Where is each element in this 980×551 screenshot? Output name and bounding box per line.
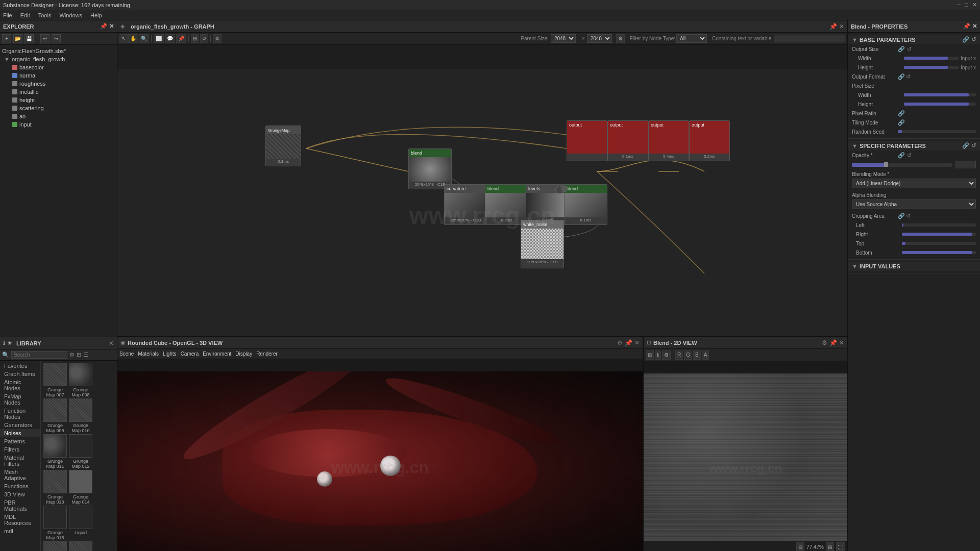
cat-mdl-resources[interactable]: MDL Resources (0, 513, 40, 527)
output-width-slider[interactable] (904, 57, 959, 60)
node-blend-right[interactable]: blend 6.1ms (564, 184, 607, 225)
graph-tool-params[interactable]: ⚙ (213, 34, 222, 43)
graph-tool-comment[interactable]: 💬 (165, 34, 175, 43)
menu-file[interactable]: File (3, 12, 12, 18)
view2d-btn-settings[interactable]: ⚙ (662, 350, 671, 360)
pixel-width-slider[interactable] (904, 93, 976, 96)
cat-material-filters[interactable]: Material Filters (0, 454, 40, 468)
explorer-open-btn[interactable]: 📂 (13, 34, 22, 43)
cat-filters[interactable]: Filters (0, 445, 40, 454)
view2d-zoom-btn2[interactable]: ⊞ (826, 542, 834, 551)
view2d-btn-info[interactable]: ℹ (655, 350, 661, 360)
node-out1[interactable]: output (567, 120, 607, 161)
cat-pbr-materials[interactable]: PBR Materials (0, 498, 40, 513)
graph-tool-pin[interactable]: 📌 (176, 34, 186, 43)
menu-tools[interactable]: Tools (38, 12, 52, 18)
output-size-reset-icon[interactable]: ↺ (907, 46, 912, 53)
graph-tool-frame[interactable]: ⬜ (154, 34, 164, 43)
tab-display[interactable]: Display (235, 351, 252, 357)
library-close-btn[interactable]: ✕ (109, 340, 114, 347)
view2d-btn-a[interactable]: A (702, 350, 709, 360)
cropping-left-slider[interactable] (902, 223, 976, 227)
opacity-number-input[interactable]: 0.34 (955, 161, 976, 168)
specific-params-header[interactable]: ▼ SPECIFIC PARAMETERS 🔗 ↺ (848, 141, 980, 151)
view2d-btn-g[interactable]: G (684, 350, 692, 360)
tree-map-height[interactable]: height (0, 96, 117, 104)
cat-function-nodes[interactable]: Function Nodes (0, 407, 40, 421)
tab-materials[interactable]: Materials (138, 351, 159, 357)
cropping-bottom-slider[interactable] (902, 251, 976, 254)
view2d-btn-fit[interactable]: ⊞ (646, 350, 654, 360)
node-curvature[interactable]: curvature 20*8x20*8 - C1B (444, 184, 487, 225)
cat-generators[interactable]: Generators (0, 421, 40, 429)
view2d-pin-btn[interactable]: 📌 (829, 339, 837, 346)
graph-tool-reset[interactable]: ↺ (200, 34, 208, 43)
tab-environment[interactable]: Environment (203, 351, 231, 357)
lib-item-grunge012[interactable]: Grunge Map 012 (68, 434, 93, 469)
lib-item-grunge010[interactable]: Grunge Map 010 (68, 398, 93, 433)
cropping-right-slider[interactable] (902, 233, 976, 236)
tree-map-metallic[interactable]: metallic (0, 88, 117, 96)
containing-input[interactable] (774, 35, 845, 42)
tab-camera[interactable]: Camera (181, 351, 199, 357)
parent-size-select[interactable]: 2048 1024 512 (551, 34, 576, 43)
filter-select[interactable]: All (676, 34, 707, 43)
input-values-header[interactable]: ▼ INPUT VALUES (848, 262, 980, 271)
tree-file-item[interactable]: OrganicFleshGrowth.sbs* (0, 47, 117, 55)
base-params-icon-link[interactable]: 🔗 (962, 36, 969, 43)
random-seed-slider[interactable] (898, 130, 976, 133)
cat-atomic-nodes[interactable]: Atomic Nodes (0, 378, 40, 392)
tab-scene[interactable]: Scene (119, 351, 134, 357)
cat-mdl[interactable]: mdl (0, 527, 40, 535)
lib-item-liquid[interactable]: Liquid (68, 506, 93, 540)
tree-map-scattering[interactable]: scattering (0, 104, 117, 112)
cat-favorites[interactable]: Favorites (0, 362, 40, 370)
view2d-zoom-btn1[interactable]: ⊟ (796, 542, 804, 551)
menu-edit[interactable]: Edit (20, 12, 30, 18)
node-out3[interactable]: output 5.4ms (648, 120, 689, 161)
node-grunge[interactable]: GrungeMap 0.3ms (265, 126, 301, 166)
output-size-select[interactable]: 2048 1024 512 (587, 34, 612, 43)
graph-tool-settings2[interactable]: ⚙ (616, 34, 625, 43)
view2d-btn-b[interactable]: B (693, 350, 701, 360)
view3d-close-btn[interactable]: ✕ (634, 339, 640, 346)
view2d-close-btn[interactable]: ✕ (839, 339, 844, 346)
explorer-close-btn[interactable]: ✕ (109, 23, 114, 30)
node-white-noise[interactable]: white_noise 20*8x20*8 - C1B (521, 220, 564, 268)
view2d-viewport[interactable]: www.rrcg.cn 2048 x 2048 (RGBA, 1.00ct) ⊟… (644, 373, 847, 551)
cropping-top-slider[interactable] (902, 242, 976, 245)
opacity-handle[interactable] (884, 162, 888, 167)
menu-windows[interactable]: Windows (59, 12, 82, 18)
node-out4[interactable]: output 5.2ms (689, 120, 730, 161)
lib-item-grunge013[interactable]: Grunge Map 013 (43, 470, 67, 505)
cropping-area-reset[interactable]: ↺ (906, 213, 911, 219)
base-params-header[interactable]: ▼ BASE PARAMETERS 🔗 ↺ (848, 35, 980, 44)
list-view-icon[interactable]: ☰ (83, 352, 88, 358)
opacity-reset-icon[interactable]: ↺ (907, 152, 912, 159)
cat-functions[interactable]: Functions (0, 482, 40, 490)
cat-patterns[interactable]: Patterns (0, 437, 40, 445)
explorer-undo-btn[interactable]: ↩ (40, 34, 50, 43)
alpha-blending-select[interactable]: Use Source Alpha (852, 199, 976, 209)
lib-item-messy2[interactable]: Messy Fibers 2 (68, 541, 93, 551)
lib-item-grunge015[interactable]: Grunge Map 015 (43, 506, 67, 540)
lib-item-grunge009[interactable]: Grunge Map 009 (43, 398, 67, 433)
tree-folder-item[interactable]: ▼ organic_flesh_growth (0, 55, 117, 63)
cat-mesh-adaptive[interactable]: Mesh Adaptive (0, 468, 40, 482)
specific-params-icon-link[interactable]: 🔗 (962, 142, 969, 149)
menu-help[interactable]: Help (90, 12, 102, 18)
tree-map-normal[interactable]: normal (0, 71, 117, 80)
lib-item-grunge008[interactable]: Grunge Map 008 (68, 363, 93, 397)
filter-icon[interactable]: ⚙ (69, 352, 75, 358)
tree-map-ao[interactable]: ao (0, 112, 117, 120)
props-pin-btn[interactable]: 📌 (963, 23, 970, 30)
lib-item-grunge011[interactable]: Grunge Map 011 (43, 434, 67, 469)
props-close-btn[interactable]: ✕ (972, 23, 977, 30)
output-height-slider[interactable] (904, 66, 959, 69)
lib-item-messy1[interactable]: Messy Fibers 1 (43, 541, 67, 551)
node-blend-top[interactable]: blend 20*8x20*8 - C1B (408, 148, 452, 189)
explorer-save-btn[interactable]: 💾 (24, 34, 34, 43)
graph-tool-fit[interactable]: ⊞ (191, 34, 199, 43)
view3d-pin-btn[interactable]: 📌 (625, 339, 632, 346)
base-params-icon-reset[interactable]: ↺ (971, 36, 976, 43)
